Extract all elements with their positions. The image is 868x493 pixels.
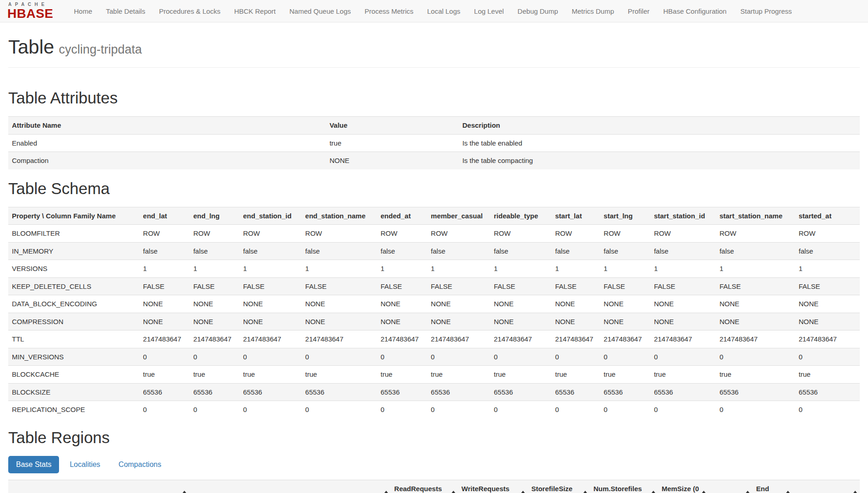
- schema-value-cell: 1: [302, 260, 377, 278]
- schema-value-cell: false: [490, 242, 551, 260]
- schema-value-cell: 1: [239, 260, 302, 278]
- sort-icon: [702, 491, 706, 493]
- schema-value-cell: true: [189, 366, 239, 384]
- regions-col-label: MemSize (0 MB): [662, 485, 699, 493]
- schema-value-cell: 65536: [650, 383, 716, 401]
- attributes-header-row: Attribute NameValueDescription: [8, 117, 860, 135]
- regions-col-region-state[interactable]: Region State: [793, 480, 860, 493]
- logo-apache-text: APACHE: [8, 2, 54, 7]
- nav-item-local-logs[interactable]: Local Logs: [420, 0, 467, 22]
- regions-col-label: ReadRequests (0): [394, 485, 442, 493]
- schema-family-col-member-casual: member_casual: [427, 207, 491, 225]
- schema-value-cell: NONE: [716, 295, 795, 313]
- schema-value-cell: NONE: [490, 295, 551, 313]
- schema-row-data-block-encoding: DATA_BLOCK_ENCODINGNONENONENONENONENONEN…: [8, 295, 860, 313]
- nav-item-process-metrics[interactable]: Process Metrics: [358, 0, 421, 22]
- nav-item-debug-dump[interactable]: Debug Dump: [511, 0, 565, 22]
- regions-heading: Table Regions: [8, 428, 860, 447]
- regions-col-name-1[interactable]: Name(1): [8, 480, 189, 493]
- schema-value-cell: 0: [427, 348, 491, 366]
- schema-corner-header: Property \ Column Family Name: [8, 207, 140, 225]
- attributes-heading: Table Attributes: [8, 89, 860, 107]
- schema-value-cell: true: [551, 366, 600, 384]
- schema-value-cell: ROW: [377, 225, 427, 243]
- schema-value-cell: NONE: [302, 295, 377, 313]
- schema-value-cell: FALSE: [302, 277, 377, 295]
- regions-col-writerequests-1[interactable]: WriteRequests (1): [458, 480, 528, 493]
- schema-value-cell: NONE: [716, 313, 795, 330]
- nav-item-hbase-configuration[interactable]: HBase Configuration: [657, 0, 733, 22]
- schema-value-cell: 0: [795, 348, 860, 366]
- sort-icon: [746, 491, 749, 493]
- schema-value-cell: NONE: [140, 295, 190, 313]
- schema-value-cell: 0: [650, 401, 716, 418]
- nav-item-log-level[interactable]: Log Level: [467, 0, 511, 22]
- schema-value-cell: FALSE: [551, 277, 600, 295]
- schema-value-cell: 0: [302, 348, 377, 366]
- schema-value-cell: true: [716, 366, 795, 384]
- nav-item-hbck-report[interactable]: HBCK Report: [227, 0, 283, 22]
- schema-value-cell: 0: [650, 348, 716, 366]
- schema-value-cell: 0: [716, 348, 795, 366]
- schema-property-name: BLOCKCACHE: [8, 366, 140, 384]
- nav-item-profiler[interactable]: Profiler: [621, 0, 657, 22]
- regions-col-readrequests-0[interactable]: ReadRequests (0): [391, 480, 458, 493]
- regions-tab-base-stats[interactable]: Base Stats: [8, 456, 59, 473]
- sort-icon: [521, 491, 525, 493]
- schema-value-cell: ROW: [600, 225, 650, 243]
- schema-value-cell: 2147483647: [302, 330, 377, 348]
- nav-item-metrics-dump[interactable]: Metrics Dump: [565, 0, 621, 22]
- schema-value-cell: FALSE: [490, 277, 551, 295]
- nav-item-procedures-locks[interactable]: Procedures & Locks: [152, 0, 227, 22]
- page-title-text: Table: [8, 36, 54, 58]
- schema-value-cell: FALSE: [427, 277, 491, 295]
- schema-value-cell: FALSE: [189, 277, 239, 295]
- schema-property-name: TTL: [8, 330, 140, 348]
- regions-tab-localities[interactable]: Localities: [62, 456, 108, 473]
- schema-property-name: KEEP_DELETED_CELLS: [8, 277, 140, 295]
- schema-value-cell: 0: [716, 401, 795, 418]
- schema-row-ttl: TTL2147483647214748364721474836472147483…: [8, 330, 860, 348]
- schema-row-blocksize: BLOCKSIZE6553665536655366553665536655366…: [8, 383, 860, 401]
- schema-value-cell: false: [302, 242, 377, 260]
- hbase-logo[interactable]: APACHE HBASE: [5, 1, 56, 22]
- table-name: cycling-tripdata: [59, 43, 142, 56]
- regions-tab-compactions[interactable]: Compactions: [111, 456, 169, 473]
- sort-icon: [652, 491, 655, 493]
- schema-value-cell: NONE: [427, 313, 491, 330]
- regions-col-memsize-0-mb[interactable]: MemSize (0 MB): [658, 480, 708, 493]
- schema-value-cell: false: [239, 242, 302, 260]
- schema-value-cell: ROW: [650, 225, 716, 243]
- schema-value-cell: 0: [302, 401, 377, 418]
- nav-item-table-details[interactable]: Table Details: [99, 0, 152, 22]
- schema-value-cell: false: [189, 242, 239, 260]
- schema-value-cell: false: [140, 242, 190, 260]
- schema-value-cell: 65536: [427, 383, 491, 401]
- schema-value-cell: NONE: [377, 295, 427, 313]
- schema-value-cell: NONE: [490, 313, 551, 330]
- regions-col-label: WriteRequests (1): [462, 485, 510, 493]
- nav-item-named-queue-logs[interactable]: Named Queue Logs: [283, 0, 358, 22]
- schema-value-cell: 1: [650, 260, 716, 278]
- nav-item-home[interactable]: Home: [67, 0, 99, 22]
- nav-item-startup-progress[interactable]: Startup Progress: [733, 0, 799, 22]
- schema-value-cell: NONE: [600, 295, 650, 313]
- regions-col-num-storefiles-12[interactable]: Num.Storefiles (12): [590, 480, 658, 493]
- schema-value-cell: 0: [189, 401, 239, 418]
- regions-col-region-server[interactable]: Region Server: [189, 480, 391, 493]
- schema-value-cell: ROW: [490, 225, 551, 243]
- schema-value-cell: NONE: [551, 313, 600, 330]
- schema-value-cell: FALSE: [795, 277, 860, 295]
- regions-col-storefilesize-61-mb[interactable]: StorefileSize (61 MB): [528, 480, 590, 493]
- schema-value-cell: ROW: [302, 225, 377, 243]
- regions-col-end-key[interactable]: End Key: [752, 480, 792, 493]
- schema-value-cell: 0: [140, 401, 190, 418]
- schema-value-cell: 2147483647: [600, 330, 650, 348]
- sort-icon: [452, 491, 455, 493]
- schema-value-cell: 2147483647: [650, 330, 716, 348]
- regions-col-start-key[interactable]: Start Key: [708, 480, 753, 493]
- schema-value-cell: 2147483647: [140, 330, 190, 348]
- schema-value-cell: 65536: [302, 383, 377, 401]
- attribute-cell: Compaction: [8, 152, 326, 169]
- schema-value-cell: 0: [490, 348, 551, 366]
